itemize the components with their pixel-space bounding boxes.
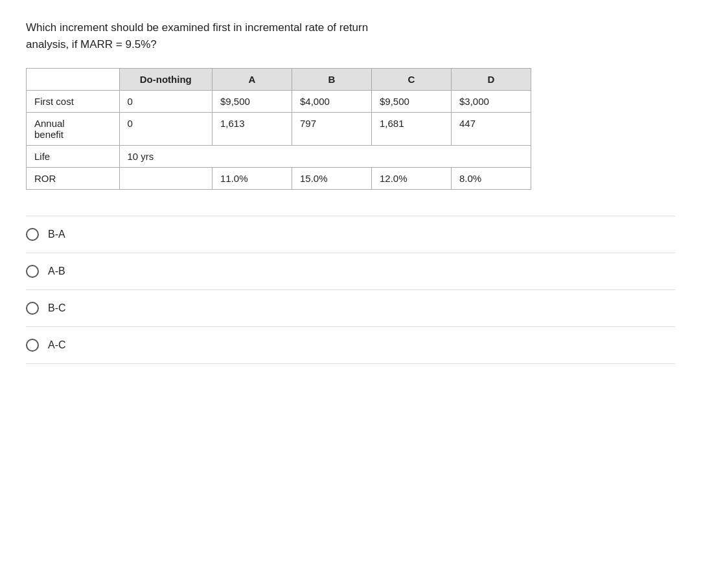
label-first-cost: First cost xyxy=(27,91,120,113)
cell-fc-donothing: 0 xyxy=(119,91,213,113)
option-label-opt-ac: A-C xyxy=(48,339,66,351)
label-annual-benefit: Annual benefit xyxy=(27,113,120,146)
option-label-opt-ba: B-A xyxy=(48,229,65,240)
label-life: Life xyxy=(27,146,120,168)
cell-ror-d: 8.0% xyxy=(452,168,531,190)
cell-ab-donothing: 0 xyxy=(119,113,213,146)
header-empty xyxy=(27,69,120,91)
cell-ror-b: 15.0% xyxy=(292,168,372,190)
option-row-opt-ba[interactable]: B-A xyxy=(26,216,675,253)
cell-fc-c: $9,500 xyxy=(372,91,452,113)
cell-ab-b: 797 xyxy=(292,113,372,146)
radio-opt-ba xyxy=(26,228,39,241)
question-text: Which increment should be examined first… xyxy=(26,19,479,52)
row-annual-benefit: Annual benefit 0 1,613 797 1,681 447 xyxy=(27,113,531,146)
radio-opt-ac xyxy=(26,339,39,352)
header-b: B xyxy=(292,69,372,91)
radio-opt-bc xyxy=(26,302,39,315)
cell-ror-donothing xyxy=(119,168,213,190)
options-section: B-AA-BB-CA-C xyxy=(26,216,675,364)
data-table: Do-nothing A B C D First cost 0 $9,500 $… xyxy=(26,68,531,190)
row-first-cost: First cost 0 $9,500 $4,000 $9,500 $3,000 xyxy=(27,91,531,113)
cell-fc-a: $9,500 xyxy=(213,91,292,113)
option-row-opt-bc[interactable]: B-C xyxy=(26,290,675,327)
radio-opt-ab xyxy=(26,265,39,278)
option-label-opt-ab: A-B xyxy=(48,266,65,277)
cell-ror-a: 11.0% xyxy=(213,168,292,190)
cell-life-value: 10 yrs xyxy=(119,146,531,168)
option-label-opt-bc: B-C xyxy=(48,302,66,314)
label-ror: ROR xyxy=(27,168,120,190)
header-c: C xyxy=(372,69,452,91)
row-life: Life 10 yrs xyxy=(27,146,531,168)
header-d: D xyxy=(452,69,531,91)
header-donothing: Do-nothing xyxy=(119,69,213,91)
cell-ab-d: 447 xyxy=(452,113,531,146)
cell-fc-d: $3,000 xyxy=(452,91,531,113)
cell-ab-a: 1,613 xyxy=(213,113,292,146)
cell-ror-c: 12.0% xyxy=(372,168,452,190)
option-row-opt-ab[interactable]: A-B xyxy=(26,253,675,290)
data-table-wrapper: Do-nothing A B C D First cost 0 $9,500 $… xyxy=(26,68,675,190)
cell-ab-c: 1,681 xyxy=(372,113,452,146)
cell-fc-b: $4,000 xyxy=(292,91,372,113)
option-row-opt-ac[interactable]: A-C xyxy=(26,327,675,364)
row-ror: ROR 11.0% 15.0% 12.0% 8.0% xyxy=(27,168,531,190)
header-a: A xyxy=(213,69,292,91)
